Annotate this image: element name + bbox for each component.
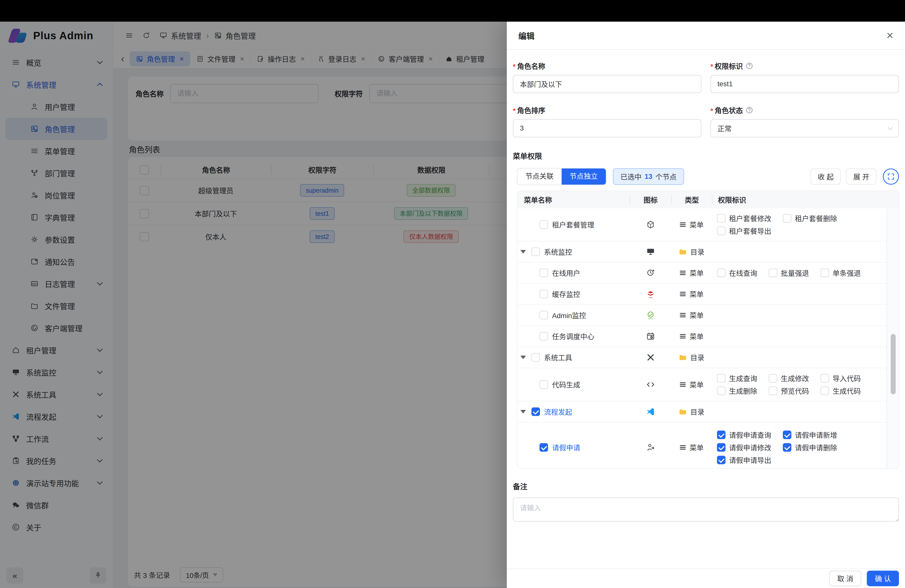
folder-icon — [678, 247, 687, 256]
permission-checkbox[interactable] — [717, 443, 726, 452]
field-role-name: 角色名称 — [513, 61, 701, 93]
node-checkbox[interactable] — [540, 269, 548, 277]
cancel-button[interactable]: 取 消 — [829, 571, 861, 586]
permission-label: 在线查询 — [729, 268, 757, 278]
permission-checkbox[interactable] — [821, 269, 829, 277]
role-sort-input[interactable] — [513, 119, 701, 137]
permission-item[interactable]: 租户套餐删除 — [783, 213, 837, 223]
node-label[interactable]: 系统工具 — [544, 352, 572, 362]
permission-checkbox[interactable] — [717, 269, 726, 277]
permission-checkbox[interactable] — [717, 456, 726, 464]
node-independent-option[interactable]: 节点独立 — [562, 168, 606, 184]
permission-item[interactable]: 请假申请修改 — [717, 442, 771, 453]
tree-row-代码生成: 代码生成菜单生成查询生成修改导入代码生成删除预览代码生成代码 — [518, 368, 899, 401]
node-icon-cell — [630, 247, 671, 256]
node-linked-option[interactable]: 节点关联 — [518, 168, 562, 184]
field-role-name-label: 角色名称 — [513, 61, 545, 71]
permission-item[interactable]: 租户套餐修改 — [717, 213, 771, 223]
expand-all-button[interactable]: 展 开 — [846, 168, 876, 184]
field-role-sort: 角色排序 — [513, 105, 701, 137]
node-label[interactable]: 任务调度中心 — [552, 331, 594, 341]
expand-arrow-icon[interactable] — [520, 410, 526, 413]
permission-item[interactable]: 生成代码 — [821, 386, 861, 396]
spring-icon: spring — [646, 310, 656, 320]
drawer-title: 编辑 — [518, 30, 535, 41]
permission-checkbox[interactable] — [769, 386, 777, 395]
permission-checkbox[interactable] — [783, 214, 791, 222]
permission-label: 租户套餐导出 — [729, 226, 771, 236]
permission-checkbox[interactable] — [717, 374, 726, 383]
help-icon[interactable] — [745, 106, 753, 114]
collapse-all-button[interactable]: 收 起 — [810, 168, 841, 184]
permission-checkbox[interactable] — [717, 214, 726, 222]
permission-item[interactable]: 预览代码 — [769, 386, 809, 396]
tree-scrollbar-track[interactable] — [886, 208, 899, 468]
permission-checkbox[interactable] — [769, 269, 777, 277]
help-icon[interactable] — [745, 62, 753, 70]
field-role-sort-label: 角色排序 — [513, 105, 545, 115]
permission-checkbox[interactable] — [769, 374, 777, 383]
node-type-cell: 菜单 — [671, 380, 711, 389]
node-label[interactable]: 请假申请 — [552, 442, 580, 453]
permission-item[interactable]: 租户套餐导出 — [717, 226, 771, 236]
permission-item[interactable]: 生成删除 — [717, 386, 757, 396]
node-checkbox[interactable] — [540, 220, 548, 229]
confirm-button[interactable]: 确 认 — [867, 571, 899, 586]
permission-label: 请假申请新增 — [795, 430, 837, 440]
node-checkbox[interactable] — [532, 407, 540, 416]
node-icon-cell: spring — [630, 310, 671, 320]
node-checkbox[interactable] — [540, 290, 548, 298]
role-name-input[interactable] — [513, 75, 701, 93]
permission-item[interactable]: 批量强退 — [769, 268, 809, 278]
permission-item[interactable]: 请假申请导出 — [717, 455, 771, 465]
remark-textarea[interactable] — [513, 497, 899, 521]
permission-item[interactable]: 请假申请查询 — [717, 430, 771, 440]
permission-label: 生成代码 — [833, 386, 861, 396]
node-type-cell: 菜单 — [671, 289, 711, 299]
node-label[interactable]: 系统监控 — [544, 247, 572, 257]
expand-arrow-icon[interactable] — [520, 250, 526, 254]
permission-item[interactable]: 请假申请新增 — [783, 430, 837, 440]
expand-arrow-icon[interactable] — [520, 356, 526, 359]
close-icon[interactable]: × — [886, 29, 894, 41]
selected-count-badge[interactable]: 已选中 13 个节点 — [613, 168, 684, 185]
permission-checkbox[interactable] — [717, 431, 726, 439]
permission-item[interactable]: 请假申请删除 — [783, 442, 837, 453]
node-checkbox[interactable] — [540, 311, 548, 319]
permission-item[interactable]: 生成修改 — [769, 373, 809, 383]
node-checkbox[interactable] — [540, 380, 548, 389]
node-label[interactable]: 在线用户 — [552, 268, 580, 278]
perm-key-input[interactable] — [710, 75, 899, 93]
node-type-label: 菜单 — [689, 442, 703, 453]
permission-item[interactable]: 生成查询 — [717, 373, 757, 383]
node-type-label: 菜单 — [689, 380, 703, 389]
node-checkbox[interactable] — [532, 353, 540, 362]
node-label[interactable]: Admin监控 — [552, 310, 586, 320]
permission-checkbox[interactable] — [717, 227, 726, 235]
role-status-select[interactable] — [710, 119, 899, 137]
node-type-cell: 菜单 — [671, 219, 711, 230]
permission-checkbox[interactable] — [821, 386, 829, 395]
node-label[interactable]: 流程发起 — [544, 407, 572, 417]
permission-label: 预览代码 — [781, 386, 809, 396]
tree-col-perm: 权限标识 — [713, 195, 888, 205]
permission-item[interactable]: 导入代码 — [821, 373, 861, 383]
fullscreen-button[interactable] — [883, 168, 899, 184]
permission-checkbox[interactable] — [717, 386, 726, 395]
permission-item[interactable]: 在线查询 — [717, 268, 757, 278]
node-label[interactable]: 缓存监控 — [552, 289, 580, 299]
node-checkbox[interactable] — [532, 248, 540, 256]
permission-checkbox[interactable] — [783, 443, 791, 452]
node-checkbox[interactable] — [540, 443, 548, 452]
tree-scrollbar-thumb[interactable] — [891, 334, 896, 394]
node-label[interactable]: 租户套餐管理 — [552, 219, 594, 230]
permission-checkbox[interactable] — [821, 374, 829, 383]
node-label[interactable]: 代码生成 — [552, 380, 580, 389]
permission-label: 批量强退 — [781, 268, 809, 278]
node-checkbox[interactable] — [540, 332, 548, 340]
permission-item[interactable]: 单条强退 — [821, 268, 861, 278]
drawer-header: 编辑 × — [507, 22, 905, 50]
node-perms-cell: 请假申请查询请假申请新增请假申请修改请假申请删除请假申请导出 — [711, 427, 888, 468]
node-type-cell: 菜单 — [671, 310, 711, 320]
permission-checkbox[interactable] — [783, 431, 791, 439]
